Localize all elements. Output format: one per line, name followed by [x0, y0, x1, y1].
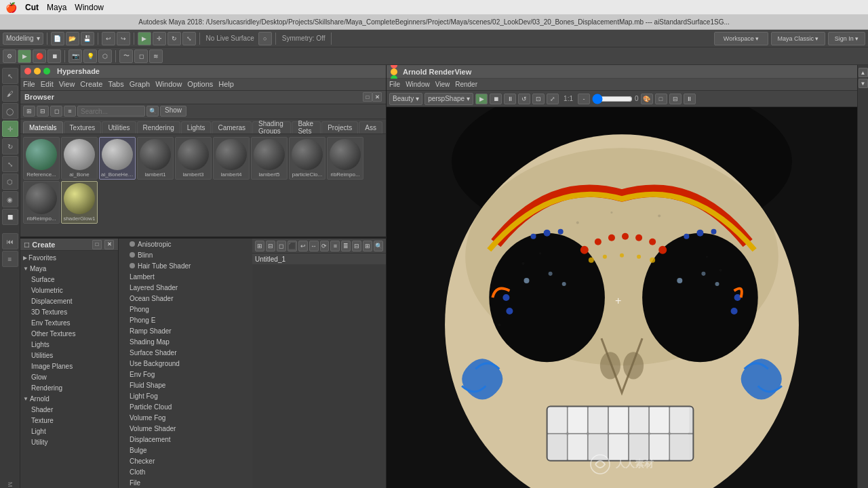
material-item-5[interactable]: lambert4 — [213, 137, 250, 180]
rv-swatch[interactable]: □ — [655, 94, 667, 104]
stop-btn[interactable]: ⏹ — [47, 49, 61, 63]
close-btn[interactable] — [24, 68, 31, 75]
new-scene-btn[interactable]: 📄 — [51, 32, 64, 45]
tab-cameras[interactable]: Cameras — [212, 121, 252, 134]
open-btn[interactable]: 📂 — [66, 32, 79, 45]
create-float-btn[interactable]: □ — [92, 240, 102, 249]
classic-dropdown[interactable]: Maya Classic ▾ — [771, 32, 825, 45]
rv-stop-btn[interactable]: ⏹ — [490, 94, 502, 104]
menu-cut[interactable]: Cut — [25, 3, 39, 12]
paint-tool[interactable]: 🖌 — [2, 85, 18, 102]
tree-othertex[interactable]: Other Textures — [20, 328, 118, 339]
rv-reset-btn[interactable]: ↺ — [518, 94, 530, 104]
shader-light-fog[interactable]: Light Fog — [119, 390, 252, 401]
rt-btn-1[interactable]: ▲ — [859, 68, 868, 77]
tab-projects[interactable]: Projects — [321, 121, 358, 134]
tree-3dtextures[interactable]: 3D Textures — [20, 306, 118, 317]
menu-window[interactable]: Window — [75, 3, 104, 12]
ne-btn-2[interactable]: ⊟ — [266, 241, 275, 251]
rv-render-btn[interactable]: ▶ — [475, 94, 488, 104]
tree-arnold-light[interactable]: Light — [20, 426, 118, 436]
browser-tb-2[interactable]: ⊟ — [37, 106, 49, 117]
history-btn[interactable]: ⏮ — [2, 233, 18, 249]
shader-displacement[interactable]: Displacement — [119, 434, 252, 445]
shader-anisotropic[interactable]: Anisotropic — [119, 239, 252, 249]
shader-volume-shader[interactable]: Volume Shader — [119, 423, 252, 434]
deform-btn[interactable]: ≋ — [149, 49, 163, 63]
sign-in-btn[interactable]: Sign In ▾ — [828, 32, 865, 45]
undo-btn[interactable]: ↩ — [102, 32, 115, 45]
tab-shading-groups[interactable]: Shading Groups — [252, 121, 291, 134]
maximize-btn[interactable] — [43, 68, 50, 75]
rotate-tool-side[interactable]: ↻ — [2, 138, 18, 155]
material-item-4[interactable]: lambert3 — [175, 137, 212, 180]
browser-tb-4[interactable]: ≡ — [64, 106, 76, 117]
render-settings-btn[interactable]: ⚙ — [3, 49, 16, 63]
shader-blinn[interactable]: Blinn — [119, 249, 252, 260]
ne-btn-4[interactable]: ⬛ — [288, 241, 297, 251]
tree-maya[interactable]: ▼ Maya — [20, 263, 118, 274]
render-btn[interactable]: ▶ — [18, 49, 31, 63]
shader-checker[interactable]: Checker — [119, 455, 252, 466]
shader-phong-e[interactable]: Phong E — [119, 314, 252, 325]
rv-zoom-out[interactable]: - — [578, 94, 590, 104]
shader-use-background[interactable]: Use Background — [119, 358, 252, 369]
tab-lights[interactable]: Lights — [181, 121, 212, 134]
expand-icon[interactable]: □ — [24, 240, 29, 249]
rv-menu-view[interactable]: View — [435, 81, 450, 88]
tab-ass[interactable]: Ass — [359, 121, 382, 134]
rv-menu-render[interactable]: Render — [455, 81, 477, 88]
shader-ocean-shader[interactable]: Ocean Shader — [119, 293, 252, 304]
material-item-6[interactable]: lambert5 — [251, 137, 288, 180]
tree-glow[interactable]: Glow — [20, 371, 118, 382]
shader-volume-fog[interactable]: Volume Fog — [119, 412, 252, 423]
tree-favorites[interactable]: ▶ Favorites — [20, 252, 118, 263]
rv-menu-window[interactable]: Window — [406, 81, 430, 88]
tree-envtex[interactable]: Env Textures — [20, 317, 118, 328]
rv-color-mgr[interactable]: 🎨 — [641, 94, 653, 104]
select-tool[interactable]: ↖ — [2, 68, 18, 84]
save-btn[interactable]: 💾 — [81, 32, 94, 45]
ne-btn-7[interactable]: ⟳ — [320, 241, 330, 251]
browser-float-btn[interactable]: □ — [363, 92, 372, 102]
shader-layered-shader[interactable]: Layered Shader — [119, 282, 252, 293]
tree-imageplanes[interactable]: Image Planes — [20, 361, 118, 371]
rv-menu-file[interactable]: File — [389, 81, 400, 88]
browser-tb-1[interactable]: ⊞ — [23, 106, 35, 117]
apple-menu[interactable]: 🍎 — [5, 2, 17, 13]
tab-textures[interactable]: Textures — [64, 121, 102, 134]
hs-menu-help[interactable]: Help — [218, 80, 234, 88]
rv-pause-btn[interactable]: ⏸ — [504, 94, 516, 104]
material-item-9[interactable]: ribReimpo... — [23, 181, 60, 224]
tab-utilities[interactable]: Utilities — [102, 121, 136, 134]
shader-phong[interactable]: Phong — [119, 304, 252, 314]
lasso-tool[interactable]: ◯ — [2, 103, 18, 119]
rv-close-btn[interactable] — [391, 65, 397, 68]
hs-menu-create[interactable]: Create — [80, 80, 102, 88]
rv-compare[interactable]: ⊟ — [669, 94, 682, 104]
browser-search-input[interactable] — [77, 106, 145, 117]
surface-btn[interactable]: ◻ — [134, 49, 148, 63]
tree-arnold[interactable]: ▼ Arnold — [20, 393, 118, 404]
soft-mod[interactable]: ◉ — [2, 191, 18, 207]
hs-menu-tabs[interactable]: Tabs — [108, 80, 123, 88]
browser-close-btn[interactable]: ✕ — [372, 92, 382, 102]
material-item-10[interactable]: shaderGlow1 — [61, 181, 98, 224]
shader-fluid-shape[interactable]: Fluid Shape — [119, 380, 252, 390]
menu-maya[interactable]: Maya — [47, 3, 66, 12]
material-item-8[interactable]: ribReimpo... — [327, 137, 363, 180]
select-btn[interactable]: ▶ — [138, 32, 151, 45]
camera-dropdown[interactable]: perspShape ▾ — [425, 93, 473, 105]
scale-tool-side[interactable]: ⤡ — [2, 156, 18, 172]
material-item-0[interactable]: Reference... — [23, 137, 60, 180]
live-btn[interactable]: ○ — [258, 32, 272, 45]
hs-menu-edit[interactable]: Edit — [41, 80, 54, 88]
shader-ramp-shader[interactable]: Ramp Shader — [119, 325, 252, 336]
workspace-dropdown[interactable]: Workspace ▾ — [714, 32, 768, 45]
rv-min-btn[interactable] — [391, 68, 397, 75]
camera-btn[interactable]: 📷 — [68, 49, 82, 63]
shader-lambert[interactable]: Lambert — [119, 271, 252, 282]
ne-btn-1[interactable]: ⊞ — [255, 241, 264, 251]
browser-tb-3[interactable]: ◻ — [50, 106, 62, 117]
ne-btn-10[interactable]: ⊟ — [352, 241, 361, 251]
